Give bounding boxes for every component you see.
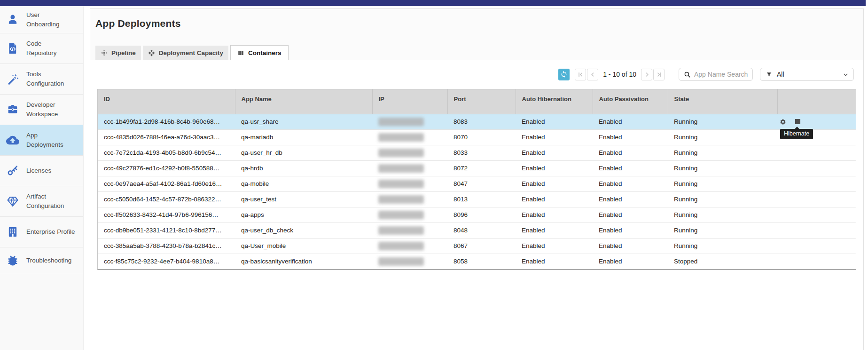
last-page-icon [656, 71, 663, 78]
cell-actions [777, 238, 856, 254]
cell-id: ccc-ff502633-8432-41d4-97b6-996156… [98, 207, 235, 223]
redacted-ip [378, 195, 424, 204]
sidebar-item-app-deployments[interactable]: AppDeployments [0, 125, 83, 156]
table-row[interactable]: ccc-0e97aea4-a5af-4102-86a1-fd60e16…qa-m… [98, 176, 856, 191]
last-page-button[interactable] [653, 69, 665, 80]
state-filter-dropdown[interactable]: All [760, 68, 854, 81]
tab-deployment-capacity[interactable]: Deployment Capacity [143, 46, 228, 60]
sidebar-item-developer-workspace[interactable]: DeveloperWorkspace [0, 95, 83, 125]
cell-ip [372, 129, 447, 145]
settings-icon[interactable] [780, 119, 786, 125]
containers-table: IDApp NameIPPortAuto HibernationAuto Pas… [97, 89, 856, 270]
page-header: App Deployments PipelineDeployment Capac… [90, 9, 863, 60]
sidebar-item-artifact-configuration[interactable]: ArtifactConfiguration [0, 186, 83, 217]
next-page-button[interactable] [641, 69, 652, 80]
sidebar-item-licenses[interactable]: Licenses [0, 156, 83, 186]
cell-auto_passivation: Enabled [593, 191, 668, 207]
column-header-ip: IP [372, 89, 447, 114]
cell-ip [372, 238, 447, 254]
code-icon [6, 42, 26, 55]
hibernate-tooltip: Hibernate [780, 129, 813, 139]
briefcase-icon [6, 103, 26, 116]
cell-state: Running [668, 191, 777, 207]
tab-pipeline[interactable]: Pipeline [95, 46, 141, 60]
cell-auto_passivation: Enabled [593, 129, 668, 145]
cell-actions [777, 160, 856, 176]
cell-app: qa-user_hr_db [235, 145, 372, 160]
prev-page-button[interactable] [587, 69, 598, 80]
column-header-app-name: App Name [235, 89, 372, 114]
sidebar-item-troubleshooting[interactable]: Troubleshooting [0, 247, 83, 274]
cell-actions [777, 223, 856, 238]
filter-icon [766, 72, 772, 78]
cell-auto_passivation: Enabled [593, 160, 668, 176]
content-card: App Deployments PipelineDeployment Capac… [90, 8, 864, 350]
cell-id: ccc-385aa5ab-3788-4230-b78a-b2841c… [98, 238, 235, 254]
tooltip-label: Hibernate [784, 130, 809, 137]
chevron-down-icon [843, 72, 849, 78]
column-header-state: State [668, 89, 777, 114]
cloud-upload-icon [6, 134, 26, 147]
cell-auto_hibernation: Enabled [516, 160, 593, 176]
sidebar-item-enterprise-profile[interactable]: Enterprise Profile [0, 217, 83, 247]
table-row[interactable]: ccc-7e72c1da-4193-4b05-b8d0-6b9c54…qa-us… [98, 145, 856, 160]
cell-app: qa-user_db_check [235, 223, 372, 238]
cell-auto_passivation: Enabled [593, 223, 668, 238]
sidebar-item-label: DeveloperWorkspace [26, 100, 82, 119]
sidebar-item-tools-configuration[interactable]: ToolsConfiguration [0, 64, 83, 95]
columns-icon [237, 49, 244, 56]
table-row[interactable]: ccc-4835d026-788f-46ea-a76d-30aac3…qa-ma… [98, 129, 856, 145]
redacted-ip [378, 242, 424, 250]
first-page-button[interactable] [575, 69, 586, 80]
cell-port: 8013 [447, 191, 516, 207]
cell-auto_passivation: Enabled [593, 238, 668, 254]
sidebar-item-label: Licenses [26, 166, 82, 175]
refresh-icon [560, 71, 568, 78]
cell-state: Running [668, 238, 777, 254]
app-name-search-box [679, 68, 753, 81]
column-header-actions [777, 89, 856, 114]
cell-actions [777, 207, 856, 223]
cell-port: 8096 [447, 207, 516, 223]
cell-port: 8033 [447, 145, 516, 160]
table-row[interactable]: ccc-385aa5ab-3788-4230-b78a-b2841c…qa-Us… [98, 238, 856, 254]
cell-auto_passivation: Enabled [593, 176, 668, 191]
cell-auto_passivation: Enabled [593, 145, 668, 160]
cell-id: ccc-db9be051-2331-4121-8c10-8bd277… [98, 223, 235, 238]
cell-ip [372, 145, 447, 160]
table-row[interactable]: ccc-1b499fa1-2d98-416b-8c4b-960e68…qa-us… [98, 114, 856, 129]
pipeline-icon [101, 49, 108, 56]
refresh-button[interactable] [558, 69, 570, 80]
cell-app: qa-hrdb [235, 160, 372, 176]
cell-auto_hibernation: Enabled [516, 129, 593, 145]
search-input[interactable] [694, 71, 750, 78]
cell-state: Stopped [668, 254, 777, 269]
table-row[interactable]: ccc-db9be051-2331-4121-8c10-8bd277…qa-us… [98, 223, 856, 238]
cell-id: ccc-1b499fa1-2d98-416b-8c4b-960e68… [98, 114, 235, 129]
cell-id: ccc-7e72c1da-4193-4b05-b8d0-6b9c54… [98, 145, 235, 160]
cell-port: 8072 [447, 160, 516, 176]
redacted-ip [378, 257, 424, 266]
sidebar-item-label: Enterprise Profile [26, 227, 82, 237]
cell-port: 8067 [447, 238, 516, 254]
sidebar-item-code-repository[interactable]: CodeRepository [0, 33, 83, 64]
hibernate-stop-icon[interactable] [795, 119, 800, 124]
cell-ip [372, 176, 447, 191]
redacted-ip [378, 133, 424, 142]
column-header-port: Port [447, 89, 516, 114]
cell-app: qa-basicsanityverification [235, 254, 372, 269]
sidebar-item-label: Troubleshooting [26, 256, 82, 265]
table-row[interactable]: ccc-ff502633-8432-41d4-97b6-996156…qa-ap… [98, 207, 856, 223]
move-icon [148, 49, 155, 56]
table-row[interactable]: ccc-49c27876-ed1c-4292-b0f8-550588…qa-hr… [98, 160, 856, 176]
bug-icon [6, 254, 26, 267]
cell-auto_hibernation: Enabled [516, 145, 593, 160]
table-row[interactable]: ccc-c5050d64-1452-4c57-872b-086322…qa-us… [98, 191, 856, 207]
table-row[interactable]: ccc-f85c75c2-9232-4ee7-b404-9810a8…qa-ba… [98, 254, 856, 269]
cell-ip [372, 254, 447, 269]
sidebar-item-user-onboarding[interactable]: UserOnboarding [0, 6, 83, 33]
tab-containers[interactable]: Containers [230, 45, 289, 60]
wand-icon [6, 72, 26, 86]
column-header-auto-passivation: Auto Passivation [593, 89, 668, 114]
cell-auto_hibernation: Enabled [516, 176, 593, 191]
